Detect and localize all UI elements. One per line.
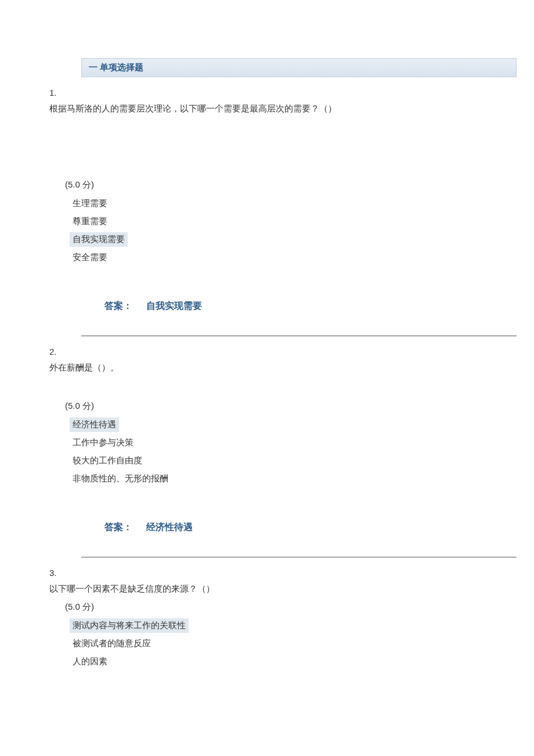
option-3[interactable]: 人的因素 bbox=[70, 654, 110, 669]
question-number: 1. bbox=[49, 88, 534, 98]
divider bbox=[81, 557, 517, 557]
options-list: 测试内容与将来工作的关联性 被测试者的随意反应 人的因素 bbox=[70, 618, 534, 672]
question-block-1: 1. 根据马斯洛的人的需要层次理论，以下哪一个需要是最高层次的需要？（） (5.… bbox=[0, 88, 534, 336]
answer-label: 答案： bbox=[104, 300, 132, 312]
option-4[interactable]: 非物质性的、无形的报酬 bbox=[70, 471, 171, 486]
question-number: 2. bbox=[49, 347, 534, 357]
option-3[interactable]: 较大的工作自由度 bbox=[70, 453, 145, 468]
options-list: 经济性待遇 工作中参与决策 较大的工作自由度 非物质性的、无形的报酬 bbox=[70, 417, 534, 489]
answer-section: 答案： 自我实现需要 bbox=[104, 300, 534, 312]
question-text: 外在薪酬是（）。 bbox=[49, 362, 534, 373]
option-1[interactable]: 生理需要 bbox=[70, 196, 110, 211]
divider bbox=[81, 336, 517, 336]
question-number: 3. bbox=[49, 568, 534, 578]
question-block-2: 2. 外在薪酬是（）。 (5.0 分) 经济性待遇 工作中参与决策 较大的工作自… bbox=[0, 347, 534, 557]
question-points: (5.0 分) bbox=[65, 179, 534, 190]
question-text: 以下哪一个因素不是缺乏信度的来源？（） bbox=[49, 584, 534, 595]
section-header: 一 单项选择题 bbox=[81, 58, 517, 77]
option-1[interactable]: 经济性待遇 bbox=[70, 417, 119, 432]
answer-value: 自我实现需要 bbox=[146, 300, 202, 312]
option-3[interactable]: 自我实现需要 bbox=[70, 232, 128, 247]
option-4[interactable]: 安全需要 bbox=[70, 250, 110, 265]
option-2[interactable]: 尊重需要 bbox=[70, 214, 110, 229]
answer-value: 经济性待遇 bbox=[146, 521, 193, 534]
option-2[interactable]: 工作中参与决策 bbox=[70, 435, 136, 450]
question-block-3: 3. 以下哪一个因素不是缺乏信度的来源？（） (5.0 分) 测试内容与将来工作… bbox=[0, 568, 534, 672]
question-text: 根据马斯洛的人的需要层次理论，以下哪一个需要是最高层次的需要？（） bbox=[49, 103, 534, 114]
answer-label: 答案： bbox=[104, 521, 132, 534]
question-points: (5.0 分) bbox=[65, 602, 534, 613]
option-2[interactable]: 被测试者的随意反应 bbox=[70, 636, 154, 651]
page-container: 一 单项选择题 1. 根据马斯洛的人的需要层次理论，以下哪一个需要是最高层次的需… bbox=[0, 0, 534, 696]
options-list: 生理需要 尊重需要 自我实现需要 安全需要 bbox=[70, 196, 534, 268]
answer-section: 答案： 经济性待遇 bbox=[104, 521, 534, 534]
question-points: (5.0 分) bbox=[65, 401, 534, 412]
option-1[interactable]: 测试内容与将来工作的关联性 bbox=[70, 618, 189, 633]
